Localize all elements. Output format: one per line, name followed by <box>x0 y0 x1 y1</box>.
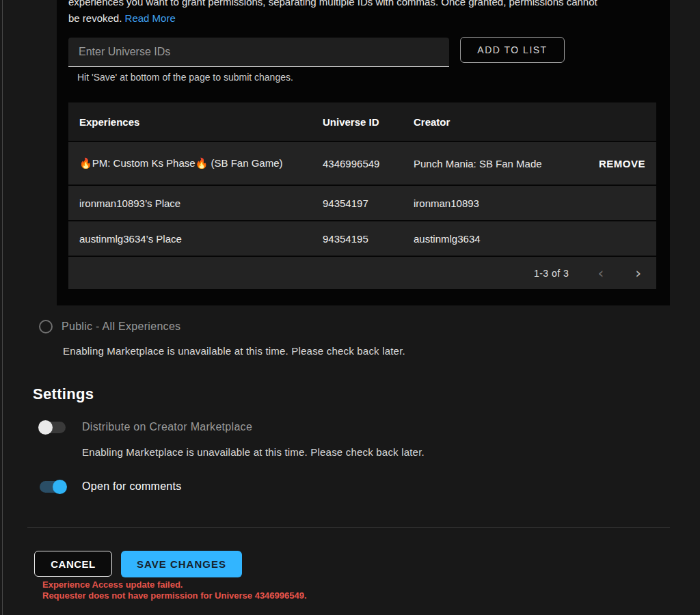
distribute-marketplace-setting: Distribute on Creator Marketplace <box>40 421 252 433</box>
toggle-knob <box>38 420 53 435</box>
save-changes-button[interactable]: SAVE CHANGES <box>121 551 242 577</box>
save-hint-text: Hit 'Save' at bottom of the page to subm… <box>77 72 293 83</box>
universe-id-value: 94354197 <box>323 197 414 209</box>
radio-unchecked-icon[interactable] <box>39 320 53 333</box>
creator-name: ironman10893 <box>414 197 570 209</box>
toggle-on-switch[interactable] <box>40 481 66 493</box>
toggle-off-switch[interactable] <box>40 422 66 433</box>
universe-ids-input[interactable] <box>68 38 449 67</box>
distribute-marketplace-label: Distribute on Creator Marketplace <box>82 421 252 433</box>
creator-name: Punch Mania: SB Fan Made <box>414 158 570 169</box>
public-all-experiences-option[interactable]: Public - All Experiences <box>39 320 180 333</box>
table-pagination: 1-3 of 3 ‹ › <box>68 256 656 289</box>
chevron-right-icon[interactable]: › <box>635 266 641 281</box>
remove-button[interactable]: REMOVE <box>599 158 645 169</box>
toggle-knob <box>53 480 67 494</box>
open-for-comments-label: Open for comments <box>82 480 182 493</box>
intro-line2: be revoked. <box>68 12 122 24</box>
public-option-label: Public - All Experiences <box>62 320 180 333</box>
intro-line1: experiences you want to grant permission… <box>68 0 597 8</box>
column-header-universe-id: Universe ID <box>323 116 414 128</box>
experience-name: austinmlg3634’s Place <box>79 233 323 245</box>
chevron-left-icon[interactable]: ‹ <box>597 266 604 281</box>
experiences-table: Experiences Universe ID Creator 🔥PM: Cus… <box>68 102 656 289</box>
error-message: Experience Access update failed. Request… <box>42 579 307 601</box>
marketplace-unavailable-note: Enabling Marketplace is unavailable at t… <box>82 446 425 458</box>
cancel-button[interactable]: CANCEL <box>34 551 112 577</box>
creator-name: austinmlg3634 <box>414 233 570 245</box>
page-left-border <box>2 0 3 615</box>
column-header-creator: Creator <box>414 116 570 128</box>
error-line1: Experience Access update failed. <box>42 579 307 590</box>
table-row: 🔥PM: Custom Ks Phase🔥 (SB Fan Game) 4346… <box>68 141 656 184</box>
column-header-experiences: Experiences <box>79 116 323 128</box>
read-more-link[interactable]: Read More <box>125 12 176 24</box>
universe-id-value: 4346996549 <box>323 158 414 169</box>
table-row: austinmlg3634’s Place 94354195 austinmlg… <box>68 220 656 256</box>
settings-heading: Settings <box>33 385 94 403</box>
open-for-comments-setting: Open for comments <box>40 480 182 493</box>
experience-access-panel: experiences you want to grant permission… <box>57 0 670 305</box>
table-row: ironman10893’s Place 94354197 ironman108… <box>68 184 656 220</box>
experience-name: 🔥PM: Custom Ks Phase🔥 (SB Fan Game) <box>79 157 323 169</box>
footer-divider <box>27 527 670 528</box>
permissions-intro-text: experiences you want to grant permission… <box>68 0 662 27</box>
marketplace-unavailable-note: Enabling Marketplace is unavailable at t… <box>63 345 405 357</box>
experience-name: ironman10893’s Place <box>79 197 323 209</box>
pagination-range-label: 1-3 of 3 <box>534 268 569 279</box>
add-to-list-button[interactable]: ADD TO LIST <box>460 37 565 63</box>
table-header-row: Experiences Universe ID Creator <box>68 102 656 141</box>
error-line2: Requester does not have permission for U… <box>42 590 307 601</box>
universe-id-value: 94354195 <box>323 233 414 245</box>
